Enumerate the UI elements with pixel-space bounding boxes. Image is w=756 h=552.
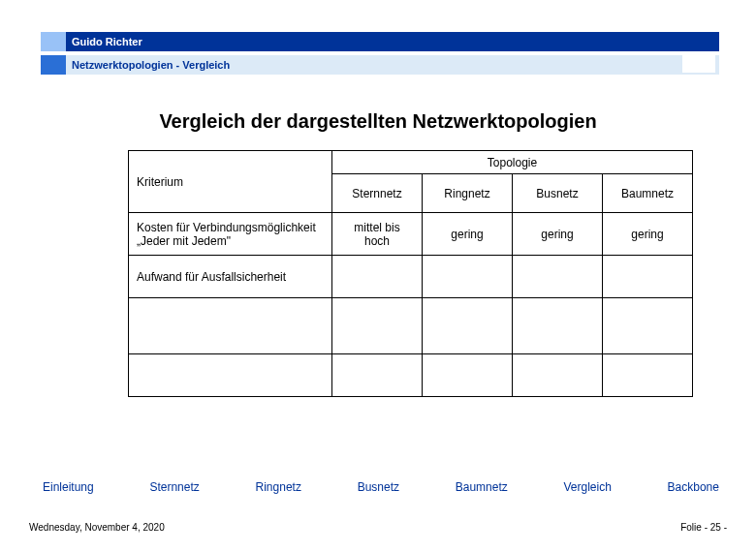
cell-value (513, 298, 603, 354)
column-header: Sternnetz (332, 174, 423, 213)
slide-header: Guido Richter Netzwerktopologien - Vergl… (41, 32, 719, 75)
footer-page: Folie - 25 - (680, 522, 727, 533)
cell-value: gering (423, 213, 513, 256)
comparison-table: Kriterium Topologie Sternnetz Ringnetz B… (128, 150, 692, 397)
topology-header: Topologie (332, 151, 693, 174)
slide-title: Vergleich der dargestellten Netzwerktopo… (0, 110, 756, 133)
subtitle-bar: Netzwerktopologien - Vergleich (41, 55, 719, 75)
cell-value (603, 354, 693, 397)
column-header: Baumnetz (603, 174, 693, 213)
accent-block (41, 55, 66, 75)
cell-value (603, 256, 693, 298)
accent-block (41, 32, 66, 51)
slide-subtitle: Netzwerktopologien - Vergleich (68, 59, 230, 71)
cell-value (332, 298, 423, 354)
nav-link-busnetz[interactable]: Busnetz (358, 480, 399, 494)
column-header: Busnetz (513, 174, 603, 213)
cell-value (332, 354, 423, 397)
nav-link-vergleich[interactable]: Vergleich (563, 480, 611, 494)
column-header: Ringnetz (423, 174, 513, 213)
cell-value (423, 298, 513, 354)
row-label: Aufwand für Ausfallsicherheit (129, 256, 332, 298)
author-bar: Guido Richter (41, 32, 719, 51)
cell-value: mittel bis hoch (332, 213, 423, 256)
row-label (129, 354, 332, 397)
author-name: Guido Richter (68, 36, 142, 47)
cell-value: gering (513, 213, 603, 256)
nav-link-ringnetz[interactable]: Ringnetz (256, 480, 301, 494)
cell-value (513, 256, 603, 298)
cell-value (423, 354, 513, 397)
slide-footer: Wednesday, November 4, 2020 Folie - 25 - (29, 522, 727, 533)
section-nav: Einleitung Sternnetz Ringnetz Busnetz Ba… (43, 480, 719, 494)
row-label: Kosten für Verbindungsmöglichkeit „Jeder… (129, 213, 332, 256)
cell-value: gering (603, 213, 693, 256)
nav-link-sternnetz[interactable]: Sternnetz (149, 480, 199, 494)
cell-value (603, 298, 693, 354)
cell-value (332, 256, 423, 298)
criterion-header: Kriterium (129, 151, 332, 213)
cell-value (423, 256, 513, 298)
nav-link-einleitung[interactable]: Einleitung (43, 480, 94, 494)
nav-link-backbone[interactable]: Backbone (668, 480, 719, 494)
cell-value (513, 354, 603, 397)
footer-date: Wednesday, November 4, 2020 (29, 522, 165, 533)
row-label (129, 298, 332, 354)
nav-link-baumnetz[interactable]: Baumnetz (456, 480, 508, 494)
logo-placeholder (682, 51, 715, 73)
